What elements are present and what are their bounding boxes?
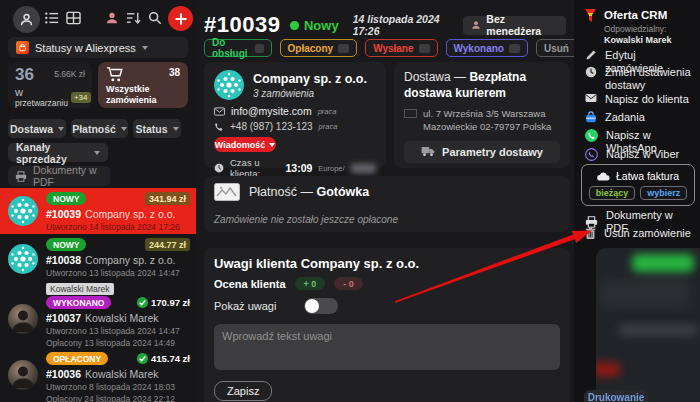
status-shortcut-icon <box>255 44 263 53</box>
status-button-wyslane[interactable]: Wysłane <box>365 39 437 57</box>
all-orders-stat-card[interactable]: 38 Wszystkie zamówienia <box>98 62 188 108</box>
menu-item-tasks[interactable]: Zadania <box>585 111 693 124</box>
cash-image-icon <box>214 183 240 201</box>
no-manager-label: Bez menedżera <box>486 13 558 37</box>
add-order-button[interactable] <box>168 6 193 31</box>
rating-plus-button[interactable]: + 0 <box>295 277 326 290</box>
menu-item-label: Usuń zamówienie <box>604 227 692 240</box>
tasks-bag-icon <box>585 111 597 123</box>
pdf-button-label: Dokumenty w PDF <box>33 164 103 188</box>
blurred-content <box>600 278 690 308</box>
print-tooltip[interactable]: Drukowanie <box>584 390 648 402</box>
order-status-badge: WYKONANO <box>46 296 111 309</box>
invoice-choose-button[interactable]: wybierz <box>640 186 687 200</box>
status-button-label: Wysłane <box>373 43 413 54</box>
menu-item-label: Napisz w Viber <box>606 148 694 161</box>
chevron-down-icon <box>58 127 64 131</box>
delivery-card: Dostawa — Bezpłatna dostawa kurierem ul.… <box>394 62 570 168</box>
sidebar-pdf-button[interactable]: Dokumenty w PDF <box>8 166 110 186</box>
client-time-value: 13:09 <box>285 162 312 174</box>
customer-name[interactable]: Company sp. z o.o. <box>253 72 367 86</box>
status-button-label: Do obsługi <box>212 37 250 59</box>
filter-label: Dostawa <box>10 123 53 135</box>
pencil-icon <box>585 49 597 61</box>
status-shortcut-icon <box>419 44 430 53</box>
status-buttons-row: Do obsługi Opłacony Wysłane Wykonano Usu… <box>204 39 593 57</box>
filter-payment[interactable]: Płatność <box>71 119 128 138</box>
rating-minus-button[interactable]: - 0 <box>334 277 363 290</box>
status-shortcut-icon <box>338 44 349 53</box>
no-manager-button[interactable]: Bez menedżera <box>463 16 566 35</box>
payment-prefix: Płatność — <box>249 185 313 199</box>
table-view-icon[interactable] <box>66 11 81 25</box>
source-filter-label: Statusy w Aliexpress <box>35 42 136 54</box>
clients-icon[interactable] <box>105 11 119 25</box>
order-status-badge: OPŁACONY <box>46 352 108 365</box>
menu-item-write-client[interactable]: Napisz do klienta <box>585 93 693 106</box>
company-logo-avatar <box>8 244 38 274</box>
customer-email[interactable]: info@mysite.com <box>231 105 312 117</box>
order-list-item-10038[interactable]: NOWY 244.77 zł #10038Company sp. z o.o. … <box>0 234 196 292</box>
order-list-item-10039[interactable]: NOWY 341.94 zł #10039Company sp. z o.o. … <box>0 188 196 234</box>
menu-item-delivery-settings[interactable]: Zmień ustawienia dostawy <box>585 66 693 92</box>
filter-channels[interactable]: Kanały sprzedaży <box>8 143 108 162</box>
list-view-icon[interactable] <box>45 11 59 25</box>
rating-label: Ocena klienta <box>214 278 286 290</box>
viber-icon <box>585 148 598 161</box>
order-detail-panel: #10039 Nowy 14 listopada 2024 17:26 Bez … <box>196 0 574 402</box>
processing-stat-card[interactable]: 36 5.66K zł W przetwarzaniu +34 <box>8 62 92 108</box>
printer-icon <box>15 171 27 182</box>
delivery-prefix: Dostawa — <box>404 70 466 84</box>
search-icon[interactable] <box>148 11 162 25</box>
toggle-knob <box>305 299 319 313</box>
processing-count: 36 <box>15 66 34 85</box>
order-list-item-10036[interactable]: OPŁACONY 415.74 zł #10036Kowalski Marek … <box>0 348 196 402</box>
order-price: 170.97 zł <box>151 297 190 308</box>
blurred-green-button <box>632 254 694 272</box>
trash-icon <box>585 227 596 240</box>
status-button-label: Opłacony <box>288 43 334 54</box>
person-icon <box>471 20 481 30</box>
sort-icon[interactable] <box>126 11 141 25</box>
processing-sum: 5.66K zł <box>54 69 85 79</box>
responsible-label: Odpowiedzialny: <box>604 24 672 34</box>
cart-icon <box>106 67 123 82</box>
delivery-params-button[interactable]: Parametry dostawy <box>404 141 560 163</box>
menu-item-delete-order[interactable]: Usuń zamówienie <box>585 227 692 240</box>
note-text-input[interactable] <box>214 324 560 370</box>
save-note-button[interactable]: Zapisz <box>214 381 272 401</box>
orders-sidebar: Statusy w Aliexpress 36 5.66K zł W przet… <box>0 0 196 402</box>
cloud-icon <box>597 172 610 181</box>
order-paid: Opłacony 24 listopada 2024 22:12 <box>46 394 196 402</box>
order-list-item-10037[interactable]: WYKONANO 170.97 zł #10037Kowalski Marek … <box>0 292 196 348</box>
menu-item-label: Zadania <box>605 111 693 124</box>
menu-item-viber[interactable]: Napisz w Viber <box>585 148 694 161</box>
menu-item-label: Zmień ustawienia dostawy <box>605 66 693 92</box>
notes-title: Uwagi klienta Company sp. z o.o. <box>214 256 560 271</box>
message-button[interactable]: Wiadomość <box>214 137 276 152</box>
all-orders-count: 38 <box>169 67 180 78</box>
phone-icon <box>214 122 224 132</box>
status-button-oplacony[interactable]: Opłacony <box>280 39 358 57</box>
status-button-do-obslugi[interactable]: Do obsługi <box>204 39 272 57</box>
crm-offer-block[interactable]: Oferta CRM Odpowiedzialny: Kowalski Mare… <box>585 9 672 45</box>
order-status-text: Nowy <box>304 18 339 33</box>
show-notes-toggle[interactable] <box>304 298 338 314</box>
filter-delivery[interactable]: Dostawa <box>8 119 66 138</box>
invoice-current-button[interactable]: bieżący <box>589 186 636 200</box>
envelope-icon <box>585 93 597 103</box>
crm-app-window: Statusy w Aliexpress 36 5.66K zł W przet… <box>0 0 700 402</box>
all-orders-label: Wszystkie zamówienia <box>106 84 180 106</box>
processing-delta-badge: +34 <box>71 92 91 103</box>
status-button-label: Wykonano <box>454 43 504 54</box>
show-notes-label: Pokaż uwagi <box>214 300 276 312</box>
customer-photo-avatar <box>8 304 38 334</box>
profile-avatar-button[interactable] <box>13 6 40 33</box>
order-customer: Kowalski Marek <box>85 312 159 324</box>
filter-status[interactable]: Status <box>133 119 181 138</box>
source-status-filter[interactable]: Statusy w Aliexpress <box>8 37 188 58</box>
customer-phone[interactable]: +48 (987) 123-123 <box>230 121 313 132</box>
company-logo-avatar <box>8 196 38 226</box>
blurred-red-mark <box>596 362 620 377</box>
status-button-wykonano[interactable]: Wykonano <box>446 39 528 57</box>
